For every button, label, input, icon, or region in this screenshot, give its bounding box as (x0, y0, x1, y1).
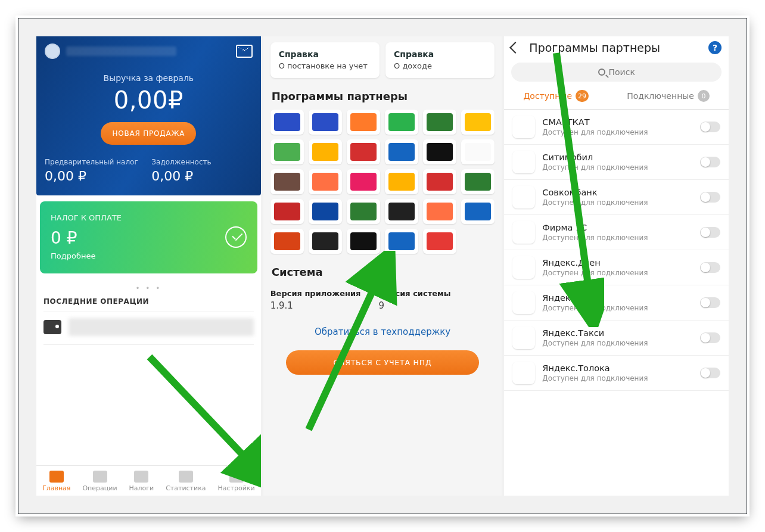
revenue-value: 0,00₽ (45, 86, 253, 114)
svg-line-0 (150, 357, 261, 479)
partner-app-icon[interactable] (385, 110, 418, 135)
svg-line-1 (309, 262, 386, 430)
partner-app-icon[interactable] (423, 169, 456, 194)
list-icon (93, 471, 107, 483)
system-row: Версия приложения 1.9.1 Версия системы 9 (270, 289, 495, 311)
unregister-button[interactable]: СНЯТЬСЯ С УЧЕТА НПД (286, 350, 479, 375)
partner-row[interactable]: Яндекс.ТаксиДоступен для подключения (504, 321, 729, 356)
back-icon[interactable] (509, 42, 521, 54)
ref-card-income[interactable]: Справка О доходе (385, 42, 495, 78)
debt-value: 0,00 ₽ (151, 169, 252, 183)
tab-badge: 29 (576, 90, 589, 102)
partner-app-icon[interactable] (423, 110, 456, 135)
nav-settings[interactable]: Настройки (218, 471, 255, 492)
partner-app-icon[interactable] (461, 199, 495, 224)
partner-app-icon[interactable] (347, 139, 380, 164)
page-title: Программы партнеры (529, 41, 702, 54)
tab-available[interactable]: Доступные 29 (523, 90, 589, 102)
help-icon[interactable]: ? (708, 41, 722, 54)
search-icon (598, 69, 605, 76)
support-link[interactable]: Обратиться в техподдержку (270, 326, 495, 337)
search-input[interactable]: Поиск (511, 63, 722, 82)
hero-panel: Выручка за февраль 0,00₽ НОВАЯ ПРОДАЖА П… (36, 36, 261, 195)
partner-app-icon[interactable] (309, 169, 342, 194)
app-version-block: Версия приложения 1.9.1 (270, 289, 361, 311)
toggle-switch[interactable] (700, 227, 720, 238)
partner-app-icon[interactable] (309, 199, 342, 224)
nav-main[interactable]: Главная (42, 471, 71, 492)
header-row (45, 43, 253, 59)
header: Программы партнеры ? (504, 36, 729, 59)
tab-connected[interactable]: Подключенные 0 (627, 90, 710, 102)
search-placeholder: Поиск (609, 67, 635, 77)
screen-main: Выручка за февраль 0,00₽ НОВАЯ ПРОДАЖА П… (36, 36, 261, 496)
op-row[interactable] (43, 312, 254, 336)
nav-label: Налоги (129, 484, 154, 492)
partner-status: Доступен для подключения (542, 163, 693, 172)
user-name-blurred (66, 46, 176, 56)
partner-row[interactable]: СитимобилДоступен для подключения (504, 145, 729, 180)
partner-app-icon[interactable] (347, 199, 380, 224)
ref-card-registration[interactable]: Справка О постановке на учет (270, 42, 380, 78)
debt-block: Задолженность 0,00 ₽ (151, 158, 252, 183)
partner-icon (512, 362, 535, 384)
toggle-switch[interactable] (700, 262, 720, 273)
avatar-icon[interactable] (45, 43, 60, 59)
partner-app-icon[interactable] (270, 199, 304, 224)
nav-ops[interactable]: Операции (82, 471, 117, 492)
partner-app-icon[interactable] (385, 229, 418, 254)
refs-row: Справка О постановке на учет Справка О д… (270, 42, 495, 78)
wallet-icon (49, 471, 64, 483)
partners-grid (270, 110, 495, 254)
pretax-label: Предварительный налог (45, 158, 145, 166)
new-sale-button[interactable]: НОВАЯ ПРОДАЖА (101, 122, 196, 145)
recent-ops: ПОСЛЕДНИЕ ОПЕРАЦИИ (36, 297, 261, 345)
partner-row[interactable]: Яндекс.ТолокаДоступен для подключения (504, 356, 729, 391)
partner-icon (512, 151, 535, 173)
tax-card[interactable]: НАЛОГ К ОПЛАТЕ 0 ₽ Подробнее (40, 201, 257, 273)
partner-row[interactable]: СовкомбанкДоступен для подключения (504, 180, 729, 215)
toggle-switch[interactable] (700, 332, 720, 343)
partner-app-icon[interactable] (347, 110, 380, 135)
partner-app-icon[interactable] (423, 199, 456, 224)
partner-icon (512, 186, 535, 209)
partner-app-icon[interactable] (309, 110, 342, 135)
partner-row[interactable]: Яндекс.ЕдаДоступен для подключения (504, 285, 729, 321)
partner-app-icon[interactable] (270, 139, 304, 164)
toggle-switch[interactable] (700, 192, 720, 203)
partner-app-icon[interactable] (347, 169, 380, 194)
partner-app-icon[interactable] (423, 139, 456, 164)
toggle-switch[interactable] (700, 157, 720, 167)
toggle-switch[interactable] (700, 368, 720, 378)
partner-app-icon[interactable] (309, 229, 342, 254)
nav-stat[interactable]: Статистика (166, 471, 206, 492)
tax-more-link[interactable]: Подробнее (51, 251, 122, 260)
partner-app-icon[interactable] (385, 199, 418, 224)
mail-icon[interactable] (236, 45, 253, 58)
tab-label: Доступные (523, 91, 572, 101)
partner-app-icon[interactable] (309, 139, 342, 164)
partner-app-icon[interactable] (423, 229, 456, 254)
partner-app-icon[interactable] (347, 229, 380, 254)
partner-app-icon[interactable] (461, 169, 495, 194)
toggle-switch[interactable] (700, 297, 720, 308)
partner-app-icon[interactable] (270, 229, 304, 254)
toggle-switch[interactable] (700, 122, 720, 132)
globe-icon (179, 471, 193, 483)
partner-row[interactable]: СМАРТКАТДоступен для подключения (504, 110, 729, 145)
revenue-label: Выручка за февраль (45, 73, 253, 83)
app-version-value: 1.9.1 (270, 300, 361, 311)
nav-label: Операции (82, 484, 117, 492)
nav-tax[interactable]: Налоги (129, 471, 154, 492)
nav-label: Статистика (166, 484, 206, 492)
partner-app-icon[interactable] (270, 110, 304, 135)
partner-icon (512, 256, 535, 279)
partner-row[interactable]: Яндекс.ДзенДоступен для подключения (504, 250, 729, 285)
partner-app-icon[interactable] (461, 110, 495, 135)
partner-app-icon[interactable] (385, 169, 418, 194)
partner-app-icon[interactable] (270, 169, 304, 194)
partner-app-icon[interactable] (385, 139, 418, 164)
system-heading: Система (272, 266, 494, 278)
partner-row[interactable]: Фирма 1СДоступен для подключения (504, 215, 729, 250)
partner-app-icon[interactable] (461, 139, 495, 164)
